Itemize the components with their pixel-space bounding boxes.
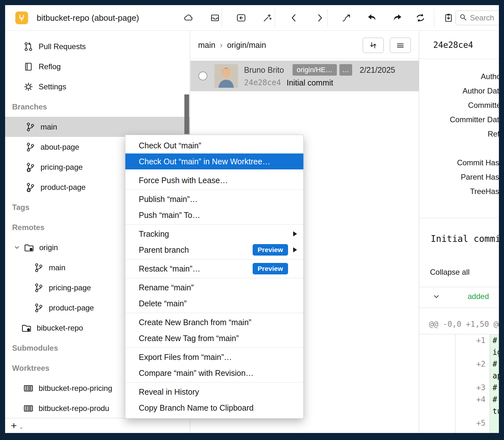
more-refs-badge: … <box>339 64 352 76</box>
menu-item-reveal-history[interactable]: Reveal in History <box>125 384 303 400</box>
field-label-tree-hash: TreeHash <box>419 184 499 198</box>
breadcrumb-branch[interactable]: main <box>198 41 215 50</box>
diff-line: ig <box>419 346 499 358</box>
menu-item-restack[interactable]: Restack “main”…Preview <box>125 261 303 277</box>
diff-line: +2# <box>419 358 499 370</box>
field-label-author: Author <box>419 69 499 84</box>
compare-branches-button[interactable] <box>363 38 384 53</box>
checkout-icon[interactable] <box>339 11 353 24</box>
commit-row[interactable]: Bruno Brito origin/HE… … 2/21/2025 24e28… <box>190 61 419 91</box>
menu-item-create-branch[interactable]: Create New Branch from “main” <box>125 314 303 330</box>
menu-item-create-tag[interactable]: Create New Tag from “main” <box>125 330 303 346</box>
field-label-committer: Committer <box>419 98 499 112</box>
sidebar-scrollbar-thumb[interactable] <box>184 94 189 134</box>
diff-line: c <box>419 429 499 433</box>
sidebar-bottom-bar: + ⌄ <box>5 418 190 433</box>
sidebar-item-label: about-page <box>41 143 79 152</box>
menu-item-tracking[interactable]: Tracking <box>125 226 303 242</box>
menu-item-force-push-lease[interactable]: Force Push with Lease… <box>125 172 303 188</box>
forward-icon[interactable] <box>313 11 327 24</box>
stash-icon[interactable] <box>441 11 456 24</box>
diff-file-row[interactable]: added <box>419 287 499 308</box>
add-button[interactable]: + <box>11 421 17 431</box>
menu-separator <box>125 190 303 190</box>
sidebar-item-label: main <box>49 263 65 272</box>
details-fields: Author Author Date Committer Committer D… <box>419 59 499 198</box>
details-commit-message: Initial commit <box>431 234 499 244</box>
details-hash: 24e28ce4 <box>419 31 499 59</box>
sidebar-item-label: origin <box>39 243 58 252</box>
field-label-author-date: Author Date <box>419 84 499 98</box>
diff-line: +5 <box>419 417 499 429</box>
sidebar-item-label: pricing-page <box>49 283 91 292</box>
menu-item-checkout-new-worktree[interactable]: Check Out “main” in New Worktree… <box>125 153 303 169</box>
search-input[interactable] <box>470 13 499 22</box>
window-title: bitbucket-repo (about-page) <box>37 5 139 31</box>
preview-badge: Preview <box>253 263 288 274</box>
submenu-arrow-icon <box>293 247 297 252</box>
diff-line: +4# <box>419 393 499 405</box>
menu-item-rename[interactable]: Rename “main” <box>125 280 303 295</box>
sidebar-item-label: product-page <box>41 183 85 192</box>
worktree-icon <box>23 403 34 414</box>
menu-separator <box>125 171 303 171</box>
menu-separator <box>125 347 303 348</box>
diff-line: ap <box>419 370 499 382</box>
search-box <box>456 11 499 25</box>
branch-icon <box>33 262 44 273</box>
menu-item-compare-revision[interactable]: Compare “main” with Revision… <box>125 365 303 381</box>
archive-drawer-icon[interactable] <box>208 11 222 24</box>
branch-icon <box>33 302 44 313</box>
field-label-committer-date: Committer Date <box>419 112 499 127</box>
commit-icon[interactable] <box>234 11 248 24</box>
breadcrumb-remote-branch[interactable]: origin/main <box>227 41 266 50</box>
avatar <box>214 64 238 88</box>
pull-icon[interactable] <box>365 11 379 24</box>
sidebar-item-branch-main[interactable]: main <box>5 117 190 137</box>
sync-icon[interactable] <box>413 11 427 24</box>
sidebar-item-label: bitbucket-repo-produ <box>39 404 109 413</box>
toolbar-separator <box>327 9 328 27</box>
chevron-down-icon[interactable] <box>432 292 441 302</box>
back-icon[interactable] <box>287 11 301 24</box>
magic-wand-icon[interactable] <box>260 11 274 24</box>
menu-item-push-to[interactable]: Push “main” To… <box>125 207 303 223</box>
sidebar-item-pull-requests[interactable]: Pull Requests <box>5 36 190 56</box>
sidebar-item-reflog[interactable]: Reflog <box>5 56 190 77</box>
toolbar-separator <box>222 9 222 27</box>
sidebar-item-label: bitbucket-repo-pricing <box>39 384 112 393</box>
commit-radio[interactable] <box>198 71 207 80</box>
diff-line: tu <box>419 405 499 417</box>
sidebar-item-settings[interactable]: Settings <box>5 77 190 97</box>
sidebar-item-label: Settings <box>39 82 66 91</box>
commit-date: 2/21/2025 <box>360 65 395 75</box>
submenu-arrow-icon <box>293 231 297 236</box>
chevron-down-icon[interactable] <box>13 242 21 253</box>
cloud-icon[interactable] <box>181 11 195 24</box>
menu-item-export-files[interactable]: Export Files from “main”… <box>125 349 303 365</box>
menu-item-publish[interactable]: Publish “main”… <box>125 191 303 207</box>
ref-badge: origin/HE… <box>293 64 337 76</box>
add-chevron-icon[interactable]: ⌄ <box>19 423 24 430</box>
menu-separator <box>125 313 303 313</box>
pull-request-icon <box>23 41 34 52</box>
breadcrumb-chevron-icon: › <box>220 40 223 50</box>
commit-message-section: Initial commit <box>419 218 499 244</box>
branch-plus-icon <box>25 162 36 173</box>
commit-hash: 24e28ce4 <box>244 78 281 87</box>
menu-separator <box>125 224 303 225</box>
search-icon <box>459 13 467 23</box>
menu-item-copy-branch-name[interactable]: Copy Branch Name to Clipboard <box>125 400 303 416</box>
menu-item-parent-branch[interactable]: Parent branchPreview <box>125 242 303 258</box>
branch-icon <box>25 142 36 153</box>
list-view-button[interactable] <box>390 38 411 53</box>
hunk-header: @@ -0,0 +1,50 @@ <box>429 314 499 334</box>
menu-item-delete[interactable]: Delete “main” <box>125 295 303 311</box>
push-icon[interactable] <box>390 11 404 24</box>
commit-details-panel: 24e28ce4 Author Author Date Committer Co… <box>419 31 499 433</box>
collapse-all-link[interactable]: Collapse all <box>430 268 470 277</box>
sidebar-item-label: main <box>41 123 57 131</box>
sidebar-section-branches[interactable]: Branches <box>5 97 190 117</box>
toolbar-separator <box>434 9 434 27</box>
menu-item-checkout[interactable]: Check Out “main” <box>125 138 303 153</box>
